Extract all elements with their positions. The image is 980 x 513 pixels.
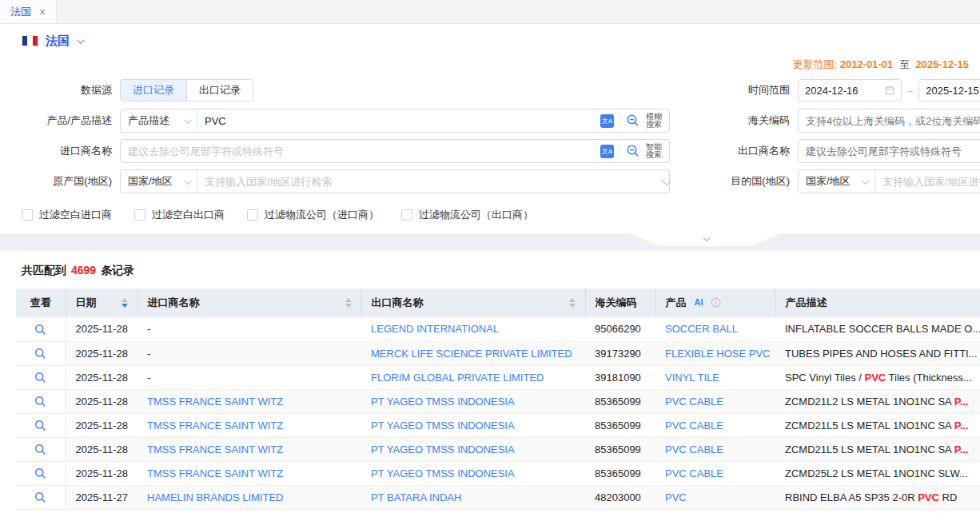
col-header-exporter[interactable]: 出口商名称 bbox=[361, 288, 585, 317]
table-row: 2025-11-28-FLORIM GLOBAL PRIVATE LIMITED… bbox=[16, 365, 980, 389]
product-link[interactable]: VINYL TILE bbox=[665, 372, 719, 384]
importer-name-empty: - bbox=[137, 341, 361, 365]
hs-code: 39173290 bbox=[585, 341, 655, 365]
product-description: ZCMD21L5 LS METAL 1NO1NC SA P... bbox=[775, 437, 980, 461]
chevron-down-icon bbox=[862, 177, 870, 185]
hs-code: 95066290 bbox=[585, 317, 655, 341]
sort-icon-importer[interactable] bbox=[345, 298, 352, 308]
col-header-view: 查看 bbox=[16, 288, 66, 317]
exporter-link[interactable]: PT YAGEO TMSS INDONESIA bbox=[371, 396, 515, 408]
filter-row-product: 产品/产品描述 产品描述 文A bbox=[0, 109, 980, 133]
filter-blank-importer-checkbox[interactable]: 过滤空白进口商 bbox=[22, 208, 112, 222]
hs-code-label: 海关编码 bbox=[670, 113, 790, 128]
exporter-link[interactable]: FLORIM GLOBAL PRIVATE LIMITED bbox=[371, 372, 544, 384]
view-record-button[interactable] bbox=[34, 372, 46, 384]
exporter-name-input[interactable] bbox=[799, 145, 980, 157]
col-header-date[interactable]: 日期 bbox=[66, 288, 137, 317]
record-date: 2025-11-28 bbox=[66, 317, 137, 341]
results-section: 共匹配到4699条记录 查看 日期 进口商名称 bbox=[0, 251, 980, 510]
origin-country-type-select[interactable]: 国家/地区 bbox=[121, 170, 197, 193]
importer-link[interactable]: TMSS FRANCE SAINT WITZ bbox=[147, 467, 283, 479]
exporter-link[interactable]: PT YAGEO TMSS INDONESIA bbox=[371, 467, 515, 479]
importer-input-group: 文A 智能搜索 bbox=[120, 139, 670, 163]
product-description: ZCMD21L5 LS METAL 1NO1NC SA P... bbox=[775, 413, 980, 437]
exporter-link[interactable]: MERCK LIFE SCIENCE PRIVATE LIMITED bbox=[371, 348, 572, 360]
exporter-link[interactable]: LEGEND INTERNATIONAL bbox=[371, 323, 499, 335]
date-from-input[interactable] bbox=[805, 85, 885, 97]
product-link[interactable]: PVC CABLE bbox=[665, 396, 723, 408]
filter-logistics-importer-checkbox[interactable]: 过滤物流公司（进口商） bbox=[247, 208, 379, 222]
export-records-tab[interactable]: 出口记录 bbox=[186, 80, 253, 101]
destination-country-type-select[interactable]: 国家/地区 bbox=[799, 170, 875, 193]
destination-country-input[interactable] bbox=[875, 176, 980, 188]
importer-name-empty: - bbox=[137, 317, 361, 341]
table-row: 2025-11-28TMSS FRANCE SAINT WITZPT YAGEO… bbox=[16, 461, 980, 485]
product-link[interactable]: PVC CABLE bbox=[665, 467, 723, 479]
collapse-panel-button[interactable] bbox=[629, 233, 781, 246]
table-row: 2025-11-28TMSS FRANCE SAINT WITZPT YAGEO… bbox=[16, 389, 980, 413]
fuzzy-search-label[interactable]: 模糊搜索 bbox=[646, 113, 663, 129]
product-search-input[interactable] bbox=[197, 115, 595, 127]
origin-country-input[interactable] bbox=[197, 176, 660, 188]
filter-blank-exporter-checkbox[interactable]: 过滤空白出口商 bbox=[134, 208, 225, 222]
hs-code-input[interactable] bbox=[799, 115, 980, 127]
view-record-button[interactable] bbox=[34, 420, 46, 431]
col-header-hs-code: 海关编码 bbox=[585, 288, 655, 317]
exporter-link[interactable]: PT YAGEO TMSS INDONESIA bbox=[371, 443, 515, 455]
hs-code: 48203000 bbox=[585, 485, 655, 509]
import-records-tab[interactable]: 进口记录 bbox=[121, 80, 186, 101]
product-type-select[interactable]: 产品描述 bbox=[121, 109, 197, 132]
date-to-picker[interactable] bbox=[918, 79, 980, 101]
importer-name-input[interactable] bbox=[121, 145, 595, 157]
sort-icon-date[interactable] bbox=[122, 298, 128, 308]
view-record-button[interactable] bbox=[34, 443, 46, 455]
translate-icon[interactable]: 文A bbox=[600, 145, 614, 158]
exporter-link[interactable]: PT YAGEO TMSS INDONESIA bbox=[371, 420, 515, 431]
ai-badge: AI bbox=[691, 296, 707, 308]
smart-search-icon[interactable] bbox=[626, 144, 640, 158]
importer-link[interactable]: HAMELIN BRANDS LIMITED bbox=[147, 491, 283, 503]
country-name: 法国 bbox=[46, 34, 70, 49]
view-record-button[interactable] bbox=[34, 491, 46, 503]
date-from-picker[interactable] bbox=[798, 79, 902, 101]
product-description: SPC Vinyl Tiles / PVC Tiles (Thickness..… bbox=[775, 365, 980, 389]
close-icon[interactable]: × bbox=[39, 6, 46, 18]
col-header-importer[interactable]: 进口商名称 bbox=[137, 288, 361, 317]
table-row: 2025-11-28-MERCK LIFE SCIENCE PRIVATE LI… bbox=[16, 341, 980, 365]
view-record-button[interactable] bbox=[34, 324, 46, 336]
product-link[interactable]: PVC CABLE bbox=[665, 443, 723, 455]
product-link[interactable]: PVC CABLE bbox=[665, 420, 723, 431]
filter-row-importer: 进口商名称 文A 智能搜索 出口商名称 bbox=[0, 139, 980, 163]
importer-link[interactable]: TMSS FRANCE SAINT WITZ bbox=[147, 420, 283, 431]
view-record-button[interactable] bbox=[34, 396, 46, 408]
record-date: 2025-11-28 bbox=[66, 365, 137, 389]
product-link[interactable]: PVC bbox=[665, 491, 687, 503]
exporter-link[interactable]: PT BATARA INDAH bbox=[371, 491, 461, 503]
country-selector[interactable]: 法国 bbox=[0, 24, 980, 58]
record-date: 2025-11-28 bbox=[66, 389, 137, 413]
sort-icon-exporter[interactable] bbox=[569, 298, 576, 308]
origin-country-label: 原产国(地区) bbox=[0, 174, 112, 189]
product-description: ZCMD25L2 LS METAL 1NO1NC SLW... bbox=[775, 461, 980, 485]
trade-data-app: 法国 × 法国 更新范围: 2012-01-01 至 2025-12-15 数据… bbox=[0, 0, 980, 513]
view-record-button[interactable] bbox=[34, 348, 46, 360]
product-description: TUBES PIPES AND HOSES AND FITTI... bbox=[775, 341, 980, 365]
update-range: 更新范围: 2012-01-01 至 2025-12-15 bbox=[0, 58, 980, 72]
product-link[interactable]: FLEXIBLE HOSE PVC bbox=[665, 348, 771, 360]
importer-link[interactable]: TMSS FRANCE SAINT WITZ bbox=[147, 443, 283, 455]
product-link[interactable]: SOCCER BALL bbox=[665, 323, 738, 335]
info-icon[interactable] bbox=[711, 297, 721, 308]
update-range-to: 2025-12-15 bbox=[916, 58, 970, 70]
date-to-input[interactable] bbox=[926, 85, 980, 97]
smart-search-label[interactable]: 智能搜索 bbox=[646, 143, 663, 159]
tab-france-label: 法国 bbox=[10, 5, 31, 19]
exporter-label: 出口商名称 bbox=[670, 144, 790, 158]
hs-code: 85365099 bbox=[585, 413, 655, 437]
translate-icon[interactable]: 文A bbox=[600, 114, 614, 128]
view-record-button[interactable] bbox=[34, 467, 46, 479]
table-row: 2025-11-28TMSS FRANCE SAINT WITZPT YAGEO… bbox=[16, 437, 980, 461]
filter-logistics-exporter-checkbox[interactable]: 过滤物流公司（出口商） bbox=[401, 208, 533, 222]
fuzzy-search-icon[interactable] bbox=[626, 113, 640, 128]
tab-france[interactable]: 法国 × bbox=[0, 0, 57, 23]
importer-link[interactable]: TMSS FRANCE SAINT WITZ bbox=[147, 396, 283, 408]
